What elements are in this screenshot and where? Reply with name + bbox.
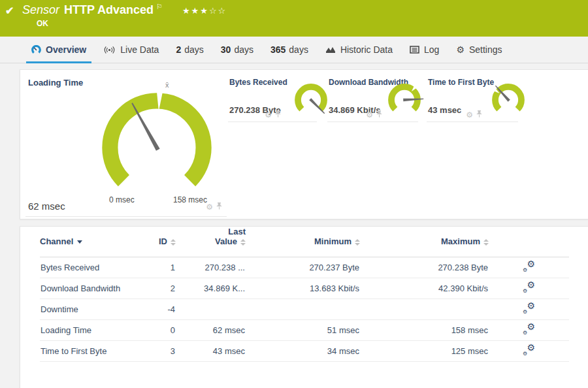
table-row: Bytes Received 1 270.238 ... 270.237 Byt… xyxy=(40,257,569,278)
sensor-title: HTTP Advanced xyxy=(64,3,154,16)
pin-icon[interactable] xyxy=(476,109,483,121)
sensor-title-line: SensorHTTP Advanced⚐★★★☆☆ xyxy=(22,3,227,17)
table-row: Downtime -4 ⚙⚙ xyxy=(40,299,569,320)
gauge-settings-gear-icon[interactable]: ⚙ xyxy=(265,111,272,119)
gauge-title: Bytes Received xyxy=(229,78,287,87)
historic-chart-icon xyxy=(325,46,336,54)
channel-maximum-cell: 125 msec xyxy=(360,341,489,362)
channel-id-cell: 2 xyxy=(138,278,176,299)
channel-maximum-cell: 158 msec xyxy=(360,320,489,341)
channel-minimum-cell: 13.683 Kbit/s xyxy=(246,278,360,299)
channel-minimum-cell: 34 msec xyxy=(246,341,360,362)
sensor-status-badge: OK xyxy=(37,19,48,28)
gauge-settings-gear-icon[interactable]: ⚙ xyxy=(466,111,473,119)
channel-name-cell[interactable]: Bytes Received xyxy=(40,257,138,278)
channel-maximum-cell: 42.390 Kbit/s xyxy=(360,278,489,299)
pin-icon[interactable] xyxy=(274,109,282,121)
channel-name-cell[interactable]: Downtime xyxy=(40,299,138,320)
channel-minimum-cell: 51 msec xyxy=(246,320,360,341)
tab-log[interactable]: Log xyxy=(410,37,439,63)
flag-icon[interactable]: ⚐ xyxy=(156,3,163,10)
channel-last-value-cell: 62 msec xyxy=(176,320,246,341)
channel-minimum-cell xyxy=(246,299,360,320)
tab-30-days[interactable]: 30 days xyxy=(221,37,253,63)
channel-table-panel: Channel ID LastValue Minimum Maximum Byt… xyxy=(20,226,588,388)
channel-maximum-cell xyxy=(360,299,489,320)
sort-icon[interactable] xyxy=(483,239,489,246)
time-to-first-byte-gauge xyxy=(487,79,529,121)
column-header-maximum[interactable]: Maximum xyxy=(360,227,489,257)
stars-empty[interactable]: ☆☆ xyxy=(209,6,227,16)
channel-last-value-cell: 34.869 K... xyxy=(176,278,246,299)
channel-id-cell: -4 xyxy=(138,299,176,320)
table-row: Time to First Byte 3 43 msec 34 msec 125… xyxy=(40,341,569,362)
channel-name-cell[interactable]: Loading Time xyxy=(40,320,138,341)
tab-bar: Overview Live Data 2 days 30 days 365 da… xyxy=(0,37,588,63)
channel-id-cell: 0 xyxy=(138,320,176,341)
gauge-cell-loading-time: Loading Time x̄ 0 msec 158 msec 62 msec … xyxy=(25,70,227,217)
table-row: Download Bandwidth 2 34.869 K... 13.683 … xyxy=(40,278,569,299)
sort-desc-icon[interactable] xyxy=(77,240,82,244)
gauge-max-label: 158 msec xyxy=(173,195,207,204)
table-header-row: Channel ID LastValue Minimum Maximum xyxy=(40,227,569,257)
pin-icon[interactable] xyxy=(376,109,383,121)
tab-live-data[interactable]: Live Data xyxy=(103,37,159,63)
channel-last-value-cell: 43 msec xyxy=(176,341,246,362)
tab-historic-data[interactable]: Historic Data xyxy=(325,37,393,63)
tab-2-days[interactable]: 2 days xyxy=(176,37,203,63)
table-row: Loading Time 0 62 msec 51 msec 158 msec … xyxy=(40,320,569,341)
sort-icon[interactable] xyxy=(240,239,246,246)
gauge-scale: 0 msec 158 msec xyxy=(96,195,218,204)
gauge-title: Loading Time xyxy=(28,78,83,88)
channel-settings-gears-icon[interactable]: ⚙⚙ xyxy=(523,303,535,314)
gauge-min-label: 0 msec xyxy=(109,195,135,204)
gauge-value: 43 msec xyxy=(428,105,461,115)
settings-gear-icon: ⚙ xyxy=(456,44,465,55)
column-header-channel[interactable]: Channel xyxy=(40,227,138,257)
column-header-id[interactable]: ID xyxy=(138,227,176,257)
gauge-icon xyxy=(31,45,41,55)
sensor-header: ✔ SensorHTTP Advanced⚐★★★☆☆ OK xyxy=(0,0,588,37)
sensor-kind-label: Sensor xyxy=(22,3,59,16)
gauge-settings-gear-icon[interactable]: ⚙ xyxy=(206,203,213,211)
gauges-panel: Loading Time x̄ 0 msec 158 msec 62 msec … xyxy=(20,69,588,219)
channel-table: Channel ID LastValue Minimum Maximum Byt… xyxy=(40,227,569,362)
download-bandwidth-gauge xyxy=(384,79,425,121)
stars-filled[interactable]: ★★★ xyxy=(182,6,209,16)
broadcast-icon xyxy=(103,46,116,54)
sort-icon[interactable] xyxy=(171,239,176,246)
channel-settings-gears-icon[interactable]: ⚙⚙ xyxy=(523,261,535,272)
tab-settings[interactable]: ⚙ Settings xyxy=(456,37,502,63)
tab-365-days[interactable]: 365 days xyxy=(270,37,308,63)
sort-icon[interactable] xyxy=(355,239,360,246)
channel-minimum-cell: 270.237 Byte xyxy=(246,257,360,278)
channel-maximum-cell: 270.238 Byte xyxy=(360,257,489,278)
column-header-last-value[interactable]: LastValue xyxy=(176,227,246,257)
column-header-minimum[interactable]: Minimum xyxy=(246,227,360,257)
log-list-icon xyxy=(410,46,419,54)
gauge-title: Time to First Byte xyxy=(428,78,494,87)
pin-icon[interactable] xyxy=(216,201,223,213)
gauge-cell-time-to-first-byte: Time to First Byte 43 msec ⚙ xyxy=(427,70,518,122)
channel-settings-gears-icon[interactable]: ⚙⚙ xyxy=(523,282,535,293)
bytes-received-gauge xyxy=(290,79,332,121)
gauge-settings-gear-icon[interactable]: ⚙ xyxy=(366,111,373,119)
tab-overview[interactable]: Overview xyxy=(31,37,86,63)
channel-name-cell[interactable]: Time to First Byte xyxy=(40,341,138,362)
loading-time-gauge xyxy=(96,87,218,208)
gauge-value: 62 msec xyxy=(28,201,65,212)
ok-check-icon: ✔ xyxy=(5,5,14,17)
gauge-cell-bytes-received: Bytes Received 270.238 Byte ⚙ xyxy=(228,70,317,122)
channel-settings-gears-icon[interactable]: ⚙⚙ xyxy=(523,345,535,356)
priority-stars[interactable]: ★★★☆☆ xyxy=(182,6,227,16)
channel-id-cell: 1 xyxy=(138,257,176,278)
channel-name-cell[interactable]: Download Bandwidth xyxy=(40,278,138,299)
column-header-settings xyxy=(489,227,569,257)
channel-last-value-cell: 270.238 ... xyxy=(176,257,246,278)
gauge-cell-download-bandwidth: Download Bandwidth 34.869 Kbit/s ⚙ xyxy=(327,70,418,122)
channel-last-value-cell xyxy=(176,299,246,320)
channel-id-cell: 3 xyxy=(138,341,176,362)
channel-settings-gears-icon[interactable]: ⚙⚙ xyxy=(523,324,535,335)
